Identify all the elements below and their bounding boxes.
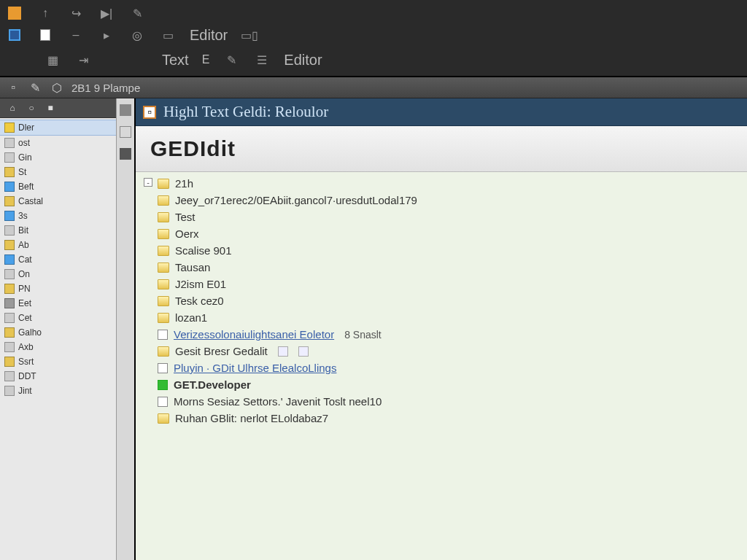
grid-icon[interactable] (6, 26, 23, 44)
sidebar-tab-home-icon[interactable]: ⌂ (7, 103, 18, 113)
mini-strip (117, 98, 136, 560)
form-icon[interactable]: ☰ (253, 51, 271, 69)
tree-row-label: Scalise 901 (175, 244, 232, 257)
app-icon[interactable] (6, 4, 23, 22)
document-body: - 21hJeey_or71erec2/0EAbiit.gancol7·ures… (136, 172, 747, 560)
tree-row-label: Jeey_or71erec2/0EAbiit.gancol7·uresdutLo… (175, 194, 417, 206)
sidebar-item[interactable]: Axb (0, 340, 116, 354)
tree-row[interactable]: Tausan (156, 259, 747, 276)
sidebar-item-label: On (18, 269, 30, 279)
tab-label[interactable]: 2B1 9 Plampe (71, 82, 140, 94)
sidebar-item[interactable]: Eet (0, 296, 116, 311)
folder-icon (158, 313, 169, 323)
sidebar-item-label: Eet (18, 298, 31, 308)
sidebar-item-icon (4, 225, 15, 236)
tree-row-label: J2ism E01 (175, 278, 226, 290)
sidebar-item[interactable]: Cat (0, 252, 116, 267)
tree-row[interactable]: Jeey_or71erec2/0EAbiit.gancol7·uresdutLo… (156, 192, 747, 209)
indent-icon[interactable]: ⇥ (74, 51, 92, 69)
sidebar-item[interactable]: St (0, 165, 116, 179)
tree-row-label: GET.Developer (174, 378, 251, 391)
tab-doc-icon[interactable]: ▫ (6, 80, 20, 95)
tree-row[interactable]: Ruhan GBlit: nerlot ELoldabaz7 (156, 410, 747, 427)
sidebar-item-icon (4, 254, 15, 265)
sidebar-item[interactable]: ost (0, 136, 116, 150)
sidebar-item-icon (4, 313, 15, 323)
sidebar-item[interactable]: Castal (0, 194, 116, 209)
toolbar2-label-text: Text (162, 52, 189, 69)
minus-icon[interactable]: – (67, 26, 85, 44)
tab-brush-icon[interactable]: ✎ (28, 80, 42, 95)
tree-row[interactable]: Verizessolonaiulightsanei Eoletor8 Snasl… (156, 326, 747, 343)
tree-row[interactable]: lozan1 (156, 309, 747, 326)
target-icon[interactable]: ◎ (128, 26, 146, 44)
tree-row[interactable]: GET.Developer (156, 376, 747, 393)
sidebar-item-icon (4, 138, 15, 148)
sidebar-item[interactable]: PN (0, 281, 116, 296)
sidebar-tab-stop-icon[interactable]: ■ (45, 103, 55, 113)
pencil-icon[interactable]: ✎ (128, 4, 146, 22)
checkbox-icon (158, 397, 168, 407)
folder-icon (158, 262, 169, 273)
sidebar-item-label: Gin (18, 152, 32, 163)
badge-icon (278, 346, 288, 357)
sidebar-item-label: Ab (18, 240, 29, 250)
doc-icon[interactable] (36, 26, 54, 44)
sidebar-item[interactable]: Ab (0, 238, 116, 252)
folder-icon (158, 279, 169, 289)
tree-row-label: Morns Sesiaz Settors.' Javenit Toslt nee… (174, 395, 382, 408)
folder-icon (158, 229, 169, 239)
folder-icon (158, 195, 169, 206)
sidebar-item[interactable]: Cet (0, 311, 116, 325)
split-panel-icon[interactable]: ▭▯ (241, 26, 258, 44)
tree-row-label: Verizessolonaiulightsanei Eoletor (174, 328, 334, 341)
sidebar-item-icon (4, 357, 15, 367)
tree-row-label: lozan1 (175, 311, 207, 324)
sidebar-item-label: Ssrt (18, 357, 34, 367)
sidebar-tab-circle-icon[interactable]: ○ (26, 103, 36, 113)
tree-row[interactable]: Scalise 901 (156, 242, 747, 259)
sidebar-item-label: DDT (18, 371, 36, 381)
tree-row[interactable]: 21h (156, 175, 747, 192)
document-title: GEDIdit (150, 136, 732, 161)
sidebar-item[interactable]: Beft (0, 179, 116, 194)
tree-row[interactable]: Test (156, 209, 747, 225)
sidebar-item-icon (4, 284, 15, 294)
tree-row[interactable]: Tesk cez0 (156, 292, 747, 309)
collapse-toggle-icon[interactable]: - (144, 178, 152, 187)
tree-row[interactable]: J2ism E01 (156, 276, 747, 292)
sidebar-item[interactable]: Bit (0, 223, 116, 238)
badge-icon (298, 346, 309, 357)
checkbox-icon (158, 330, 168, 340)
skip-end-icon[interactable]: ▶| (98, 4, 115, 22)
mini-strip-item-1[interactable] (120, 104, 131, 116)
sidebar-item[interactable]: 3s (0, 209, 116, 223)
sidebar-item-icon (4, 182, 15, 192)
play-small-icon[interactable]: ▸ (98, 26, 115, 44)
sidebar-item[interactable]: On (0, 267, 116, 281)
folder-icon (158, 413, 169, 424)
grid2-icon[interactable]: ▦ (44, 51, 61, 69)
tree-row[interactable]: Morns Sesiaz Settors.' Javenit Toslt nee… (156, 393, 747, 410)
sidebar-item[interactable]: Gin (0, 150, 116, 165)
redo-arrow-icon[interactable]: ↪ (67, 4, 85, 22)
brush-icon[interactable]: ✎ (222, 51, 240, 69)
tab-shield-icon[interactable]: ⬡ (50, 80, 64, 95)
tree-row[interactable]: Oerx (156, 225, 747, 242)
panel-icon[interactable]: ▭ (159, 26, 177, 44)
sidebar-item[interactable]: Galho (0, 325, 116, 340)
top-toolbar: ↑ ↪ ▶| ✎ (0, 0, 747, 26)
up-arrow-icon[interactable]: ↑ (36, 4, 54, 22)
mini-strip-item-3[interactable] (120, 148, 131, 160)
folder-icon (158, 296, 169, 306)
tree-row[interactable]: Pluyin · GDit Ulhrse ElealcoLlings (156, 359, 747, 376)
sidebar-item[interactable]: Ssrt (0, 354, 116, 369)
sidebar-item-icon (4, 122, 15, 133)
sidebar-item[interactable]: Jint (0, 384, 116, 398)
tree-row[interactable]: Gesit Bresr Gedalit (156, 343, 747, 359)
mini-strip-item-2[interactable] (120, 126, 131, 138)
sidebar-item-label: 3s (18, 211, 28, 221)
sidebar-item[interactable]: Dler (0, 120, 116, 136)
sidebar-item[interactable]: DDT (0, 369, 116, 384)
sidebar-item-label: Cat (18, 254, 32, 265)
